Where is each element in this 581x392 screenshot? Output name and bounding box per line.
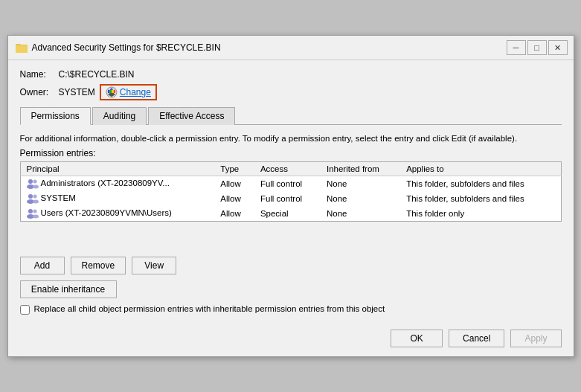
- permissions-table: Principal Type Access Inherited from App…: [20, 161, 562, 222]
- window-title: Advanced Security Settings for $RECYCLE.…: [32, 42, 507, 53]
- owner-row: Owner: SYSTEM Change: [20, 84, 562, 100]
- tab-auditing[interactable]: Auditing: [92, 107, 147, 125]
- table-header-row: Principal Type Access Inherited from App…: [20, 161, 561, 176]
- change-button[interactable]: Change: [100, 84, 157, 100]
- name-value: C:\$RECYCLE.BIN: [59, 69, 135, 80]
- permission-entries-label: Permission entries:: [20, 148, 562, 158]
- col-inherited-from: Inherited from: [321, 161, 400, 176]
- cell-access: Full control: [254, 176, 321, 191]
- col-access: Access: [254, 161, 321, 176]
- cell-principal: SYSTEM: [20, 191, 214, 206]
- permissions-table-wrapper: Principal Type Access Inherited from App…: [20, 161, 562, 251]
- view-button[interactable]: View: [132, 257, 176, 274]
- dialog-content: Name: C:\$RECYCLE.BIN Owner: SYSTEM: [8, 60, 574, 323]
- svg-marker-10: [108, 90, 110, 93]
- svg-point-23: [33, 214, 39, 218]
- tab-permissions[interactable]: Permissions: [20, 107, 91, 125]
- svg-point-20: [28, 209, 33, 213]
- cell-inherited-from: None: [321, 191, 400, 206]
- owner-value: SYSTEM: [59, 87, 95, 97]
- enable-inheritance-button[interactable]: Enable inheritance: [20, 280, 117, 298]
- cell-inherited-from: None: [321, 206, 400, 222]
- table-row[interactable]: Users (XT-20230809YVMN\Users)AllowSpecia…: [20, 206, 561, 222]
- minimize-button[interactable]: ─: [507, 40, 526, 55]
- tab-bar: Permissions Auditing Effective Access: [20, 106, 562, 125]
- replace-checkbox[interactable]: [20, 305, 30, 315]
- name-row: Name: C:\$RECYCLE.BIN: [20, 69, 562, 80]
- info-text: For additional information, double-click…: [20, 132, 562, 144]
- dialog-footer: OK Cancel Apply: [8, 324, 574, 356]
- svg-point-12: [28, 179, 33, 184]
- owner-label: Owner:: [20, 87, 59, 97]
- user-group-icon: [27, 179, 39, 189]
- title-bar: Advanced Security Settings for $RECYCLE.…: [8, 36, 574, 60]
- tab-effective-access[interactable]: Effective Access: [148, 107, 235, 125]
- svg-point-14: [33, 179, 36, 183]
- table-row[interactable]: SYSTEMAllowFull controlNoneThis folder, …: [20, 191, 561, 206]
- cell-access: Special: [254, 206, 321, 222]
- apply-button[interactable]: Apply: [510, 330, 561, 347]
- replace-checkbox-row: Replace all child object permission entr…: [20, 304, 562, 315]
- user-group-icon: [27, 208, 39, 219]
- name-label: Name:: [20, 69, 59, 80]
- dialog-window: Advanced Security Settings for $RECYCLE.…: [7, 35, 574, 356]
- cell-principal: Administrators (XT-20230809YV...: [20, 176, 214, 191]
- change-icon: [106, 86, 118, 98]
- cell-type: Allow: [214, 206, 254, 222]
- svg-point-19: [33, 199, 39, 203]
- user-group-icon: [27, 193, 39, 204]
- svg-marker-8: [109, 90, 112, 93]
- cell-applies-to: This folder only: [400, 206, 561, 222]
- svg-point-16: [28, 194, 33, 199]
- window-controls: ─ □ ✕: [507, 40, 568, 55]
- cell-type: Allow: [214, 191, 254, 206]
- cell-applies-to: This folder, subfolders and files: [400, 176, 561, 191]
- col-type: Type: [214, 161, 254, 176]
- maximize-button[interactable]: □: [527, 40, 547, 55]
- close-button[interactable]: ✕: [548, 40, 568, 55]
- table-row[interactable]: Administrators (XT-20230809YV...AllowFul…: [20, 176, 561, 191]
- ok-button[interactable]: OK: [391, 330, 443, 347]
- cell-applies-to: This folder, subfolders and files: [400, 191, 561, 206]
- cell-type: Allow: [214, 176, 254, 191]
- add-button[interactable]: Add: [20, 257, 65, 274]
- svg-marker-11: [108, 93, 115, 97]
- svg-point-22: [33, 209, 36, 213]
- col-principal: Principal: [20, 161, 214, 176]
- svg-point-15: [33, 184, 39, 188]
- cell-inherited-from: None: [321, 176, 400, 191]
- change-label: Change: [120, 87, 151, 97]
- folder-icon: [16, 42, 28, 54]
- replace-checkbox-label: Replace all child object permission entr…: [34, 304, 385, 313]
- cancel-button[interactable]: Cancel: [449, 330, 504, 347]
- svg-marker-7: [112, 90, 114, 93]
- svg-rect-2: [16, 45, 28, 53]
- inheritance-section: Enable inheritance: [20, 280, 562, 298]
- col-applies-to: Applies to: [400, 161, 561, 176]
- remove-button[interactable]: Remove: [71, 257, 126, 274]
- cell-access: Full control: [254, 191, 321, 206]
- svg-point-18: [33, 194, 36, 198]
- cell-principal: Users (XT-20230809YVMN\Users): [20, 206, 214, 222]
- svg-marker-6: [113, 90, 115, 93]
- action-buttons: Add Remove View: [20, 257, 562, 274]
